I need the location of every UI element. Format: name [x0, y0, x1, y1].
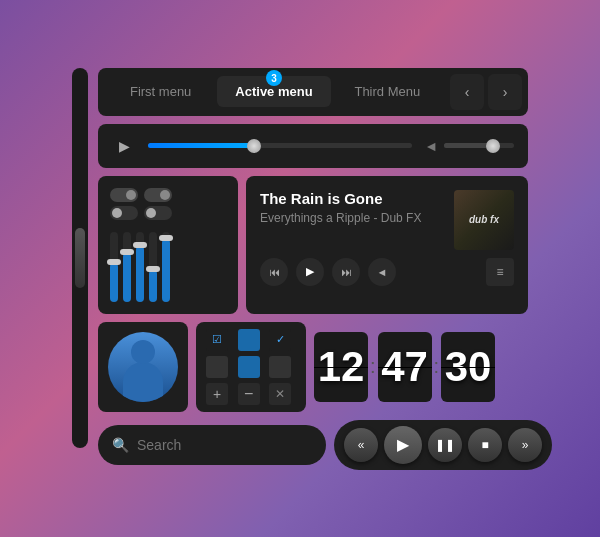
seconds-value: 30 [445, 343, 492, 391]
first-menu-label: First menu [130, 84, 191, 99]
fader-thumb-2[interactable] [120, 249, 134, 255]
tab-first-menu[interactable]: First menu [104, 76, 217, 107]
volume-thumb[interactable] [486, 139, 500, 153]
fader-fill-4 [149, 270, 157, 302]
transport-play-button[interactable]: ▶ [296, 258, 324, 286]
fader-fill-3 [136, 246, 144, 302]
toggle-4[interactable] [144, 206, 172, 220]
bottom-row: ☑ ✓ + − ✕ 12 : 47 : [98, 322, 528, 412]
dot-4[interactable] [269, 356, 291, 378]
mini-play-button[interactable]: ▶ [112, 134, 136, 158]
mixer-faders [110, 232, 226, 302]
progress-track[interactable] [148, 143, 412, 148]
mixer-panel [98, 176, 238, 314]
main-panel: First menu 3 Active menu Third Menu ‹ › … [98, 68, 528, 470]
vertical-scrollbar[interactable] [72, 68, 88, 448]
fader-thumb-3[interactable] [133, 242, 147, 248]
track-info-row: The Rain is Gone Everythings a Ripple - … [260, 190, 514, 250]
album-art-inner: dub fx [454, 190, 514, 250]
transport-prev-button[interactable]: ⏮ [260, 258, 288, 286]
tab-bar: First menu 3 Active menu Third Menu ‹ › [98, 68, 528, 116]
volume-icon: ◄ [424, 138, 438, 154]
pb-rewind-button[interactable]: « [344, 428, 378, 462]
search-bar: 🔍 [98, 425, 326, 465]
badge: 3 [266, 70, 282, 86]
transport-controls: ⏮ ▶ ⏭ ◄ ≡ [260, 258, 514, 286]
checkbox-1[interactable]: ☑ [206, 329, 228, 351]
progress-row: ▶ ◄ [98, 124, 528, 168]
cross-button[interactable]: ✕ [269, 383, 291, 405]
pb-pause-button[interactable]: ❚❚ [428, 428, 462, 462]
transport-menu-button[interactable]: ≡ [486, 258, 514, 286]
flip-hours: 12 [314, 332, 368, 402]
ui-container: First menu 3 Active menu Third Menu ‹ › … [72, 68, 528, 470]
fader-4[interactable] [149, 232, 157, 302]
minutes-value: 47 [381, 343, 428, 391]
fader-fill-5 [162, 239, 170, 302]
checkbox-2[interactable]: ✓ [269, 329, 291, 351]
fader-thumb-1[interactable] [107, 259, 121, 265]
volume-track[interactable] [444, 143, 514, 148]
track-text: The Rain is Gone Everythings a Ripple - … [260, 190, 442, 225]
dot-3[interactable] [238, 356, 260, 378]
tab-third-menu[interactable]: Third Menu [331, 76, 444, 107]
transport-next-button[interactable]: ⏭ [332, 258, 360, 286]
nav-buttons: ‹ › [450, 74, 522, 110]
fader-1[interactable] [110, 232, 118, 302]
track-artist: Everythings a Ripple - Dub FX [260, 211, 442, 225]
transport-vol-button[interactable]: ◄ [368, 258, 396, 286]
checkbox-panel: ☑ ✓ + − ✕ [196, 322, 306, 412]
fader-fill-2 [123, 253, 131, 302]
middle-row: The Rain is Gone Everythings a Ripple - … [98, 176, 528, 314]
pb-forward-button[interactable]: » [508, 428, 542, 462]
avatar-body [123, 362, 163, 402]
search-playback-row: 🔍 « ▶ ❚❚ ■ » [98, 420, 528, 470]
avatar-head [131, 340, 155, 364]
active-menu-label: Active menu [235, 84, 312, 99]
third-menu-label: Third Menu [354, 84, 420, 99]
toggle-3[interactable] [144, 188, 172, 202]
avatar-panel [98, 322, 188, 412]
playback-controls: « ▶ ❚❚ ■ » [334, 420, 552, 470]
tab-active-menu[interactable]: 3 Active menu [217, 76, 330, 107]
dot-1[interactable] [238, 329, 260, 351]
flip-minutes: 47 [378, 332, 432, 402]
fader-5[interactable] [162, 232, 170, 302]
mixer-toggles [110, 188, 226, 220]
fader-2[interactable] [123, 232, 131, 302]
avatar-circle [108, 332, 178, 402]
fader-fill-1 [110, 263, 118, 302]
dot-2[interactable] [206, 356, 228, 378]
add-button[interactable]: + [206, 383, 228, 405]
flip-sep-2: : [434, 355, 440, 378]
toggle-1[interactable] [110, 188, 138, 202]
scrollbar-thumb[interactable] [75, 228, 85, 288]
track-title: The Rain is Gone [260, 190, 442, 207]
fader-thumb-4[interactable] [146, 266, 160, 272]
toggle-group-right [144, 188, 172, 220]
track-panel: The Rain is Gone Everythings a Ripple - … [246, 176, 528, 314]
search-icon: 🔍 [112, 437, 129, 453]
toggle-2[interactable] [110, 206, 138, 220]
toggle-group-left [110, 188, 138, 220]
pb-stop-button[interactable]: ■ [468, 428, 502, 462]
flip-sep-1: : [370, 355, 376, 378]
nav-prev-button[interactable]: ‹ [450, 74, 484, 110]
fader-thumb-5[interactable] [159, 235, 173, 241]
fader-3[interactable] [136, 232, 144, 302]
flip-clock: 12 : 47 : 30 [314, 322, 495, 412]
progress-thumb[interactable] [247, 139, 261, 153]
progress-fill [148, 143, 254, 148]
pb-play-button[interactable]: ▶ [384, 426, 422, 464]
sub-button[interactable]: − [238, 383, 260, 405]
search-input[interactable] [137, 437, 312, 453]
volume-section: ◄ [424, 138, 514, 154]
album-label: dub fx [469, 214, 499, 225]
nav-next-button[interactable]: › [488, 74, 522, 110]
hours-value: 12 [318, 343, 365, 391]
album-art: dub fx [454, 190, 514, 250]
flip-seconds: 30 [441, 332, 495, 402]
